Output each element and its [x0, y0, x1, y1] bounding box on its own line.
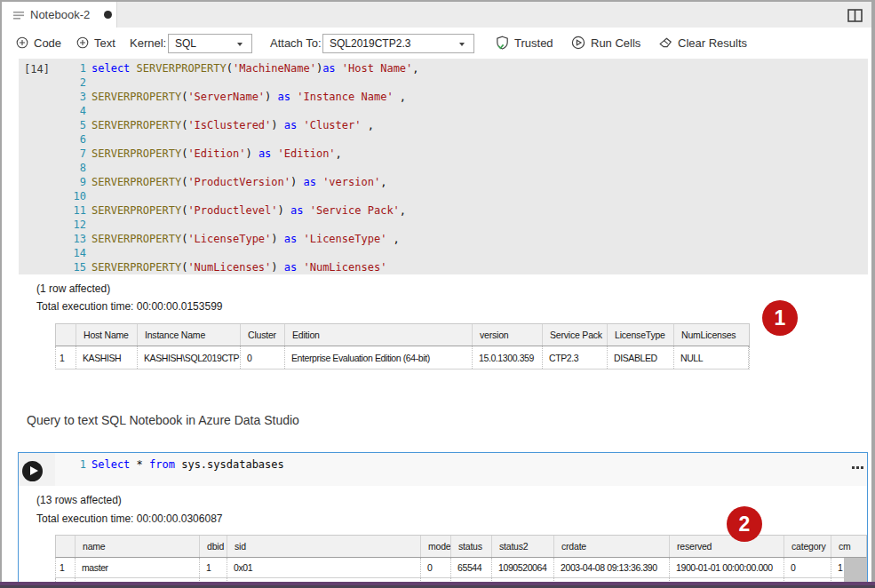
grid-cell[interactable]: 2003-04-08 09:13:36.390: [554, 558, 670, 577]
grid-cell[interactable]: NULL: [674, 346, 749, 369]
line-number: 12: [19, 218, 86, 232]
grid-header-cell[interactable]: cm: [831, 536, 867, 557]
grid-cell[interactable]: KASHISH\SQL2019CTP: [138, 346, 241, 369]
kernel-dropdown[interactable]: SQL: [168, 34, 252, 53]
code-line[interactable]: 1Select * from sys.sysdatabases: [55, 457, 284, 472]
line-number: 9: [19, 175, 86, 189]
run-cells-button[interactable]: Run Cells: [571, 28, 640, 58]
grid-header-cell[interactable]: category: [784, 536, 831, 557]
grid-header-cell[interactable]: Instance Name: [138, 324, 241, 346]
kernel-label: Kernel:: [130, 28, 166, 58]
grid-cell[interactable]: 0x01: [227, 558, 421, 577]
grid-cell[interactable]: 1: [56, 558, 76, 577]
grid-cell[interactable]: 1090520064: [492, 558, 554, 577]
line-number: 11: [19, 203, 86, 218]
clear-results-label: Clear Results: [678, 36, 747, 50]
code-line[interactable]: 11SERVERPROPERTY('Productlevel') as 'Ser…: [19, 203, 868, 218]
attach-dropdown-arrow-icon: [459, 43, 465, 46]
code-line[interactable]: 1select SERVERPROPERTY('MachineName')as …: [19, 61, 868, 75]
rows-affected-message-1: (1 row affected): [36, 282, 110, 296]
grid-header-cell[interactable]: [56, 536, 76, 557]
line-number: 8: [19, 161, 86, 175]
grid-header-cell[interactable]: name: [76, 536, 200, 557]
grid-header-cell[interactable]: LicenseType: [608, 324, 674, 346]
rows-affected-message-2: (13 rows affected): [36, 493, 122, 507]
code-line[interactable]: 4: [19, 104, 868, 118]
kernel-dropdown-arrow-icon: [237, 43, 243, 46]
grid-cell[interactable]: 1: [56, 346, 76, 369]
trusted-label: Trusted: [514, 36, 553, 50]
grid-header-cell[interactable]: mode: [421, 536, 451, 557]
grid-cell[interactable]: 1900-01-01 00:00:00.000: [670, 558, 784, 577]
tab-bar: Notebook-2: [2, 2, 871, 28]
code-editor-1[interactable]: 1select SERVERPROPERTY('MachineName')as …: [19, 61, 868, 274]
grid-cell[interactable]: CTP2.3: [543, 346, 608, 369]
line-number: 2: [19, 75, 86, 90]
grid-header-cell[interactable]: Cluster: [241, 324, 285, 346]
run-cells-icon: [571, 36, 585, 50]
grid-header-cell[interactable]: NumLicenses: [674, 324, 749, 346]
code-line[interactable]: 13SERVERPROPERTY('LicenseType') as 'Lice…: [19, 232, 868, 246]
modified-dot-icon[interactable]: [104, 11, 112, 19]
split-editor-icon[interactable]: [847, 9, 863, 26]
grid-header-cell[interactable]: Service Pack: [543, 324, 608, 346]
code-line[interactable]: 10: [19, 189, 868, 203]
trusted-shield-icon: [496, 36, 509, 50]
grid-row[interactable]: 1master10x0106554410905200642003-04-08 0…: [55, 558, 867, 578]
attach-to-value: SQL2019CTP2.3: [330, 37, 410, 50]
grid-cell[interactable]: 65544: [451, 558, 492, 577]
code-line[interactable]: 2: [19, 75, 868, 90]
run-cell-button[interactable]: [22, 461, 43, 481]
code-line[interactable]: 15SERVERPROPERTY('NumLicenses') as 'NumL…: [19, 260, 868, 274]
execution-time-message-1: Total execution time: 00:00:00.0153599: [36, 299, 222, 314]
grid-cell[interactable]: 0: [241, 346, 285, 369]
annotation-badge-2: 2: [727, 506, 762, 542]
line-number: 14: [19, 246, 86, 260]
grid-header-cell[interactable]: status: [451, 536, 492, 557]
add-code-button[interactable]: Code: [16, 28, 61, 58]
code-line[interactable]: 12: [19, 218, 868, 232]
code-line[interactable]: 5SERVERPROPERTY('IsClustered') as 'Clust…: [19, 118, 868, 132]
grid-header-cell[interactable]: reserved: [670, 536, 784, 557]
code-line[interactable]: 3SERVERPROPERTY('ServerName') as 'Instan…: [19, 90, 868, 104]
tab-title: Notebook-2: [30, 8, 90, 21]
grid-cell[interactable]: Enterprise Evaluation Edition (64-bit): [285, 346, 473, 369]
result-grid-2[interactable]: namedbidsidmodestatusstatus2crdatereserv…: [55, 535, 867, 585]
clear-results-button[interactable]: Clear Results: [658, 28, 747, 58]
code-line[interactable]: 9SERVERPROPERTY('ProductVersion') as 've…: [19, 175, 868, 189]
tab-notebook-2[interactable]: Notebook-2: [2, 2, 117, 28]
add-text-button[interactable]: Text: [76, 28, 115, 58]
code-line[interactable]: 7SERVERPROPERTY('Edition') as 'Edition',: [19, 147, 868, 161]
add-text-icon: [76, 36, 89, 49]
grid-header-cell[interactable]: dbid: [200, 536, 227, 557]
grid-header-cell[interactable]: version: [473, 324, 543, 346]
window-border-right: [871, 0, 875, 585]
code-line[interactable]: 8: [19, 161, 868, 175]
markdown-text[interactable]: Query to text SQL Notebook in Azure Data…: [27, 413, 299, 427]
grid-cell[interactable]: DISABLED: [608, 346, 674, 369]
grid-cell[interactable]: KASHISH: [76, 346, 138, 369]
more-actions-icon[interactable]: [852, 466, 863, 469]
grid-header-cell[interactable]: status2: [492, 536, 554, 557]
grid-row[interactable]: 1KASHISHKASHISH\SQL2019CTP0Enterprise Ev…: [55, 346, 750, 369]
line-number: 10: [19, 189, 86, 203]
result-grid-1[interactable]: Host NameInstance NameClusterEditionvers…: [55, 323, 750, 369]
grid-header-cell[interactable]: crdate: [554, 536, 670, 557]
grid-header-cell[interactable]: sid: [227, 536, 421, 557]
trusted-button[interactable]: Trusted: [496, 28, 553, 58]
clear-results-icon: [658, 36, 672, 50]
grid-cell[interactable]: 0: [421, 558, 451, 577]
code-line[interactable]: 14: [19, 246, 868, 260]
grid-cell[interactable]: 1: [200, 558, 227, 577]
grid-header-cell[interactable]: Host Name: [76, 324, 138, 346]
attach-to-dropdown[interactable]: SQL2019CTP2.3: [322, 34, 474, 53]
grid-cell[interactable]: master: [76, 558, 200, 577]
code-cell-1[interactable]: [14] 1select SERVERPROPERTY('MachineName…: [19, 59, 868, 274]
add-text-label: Text: [94, 36, 115, 50]
code-line[interactable]: 6: [19, 132, 868, 147]
code-editor-2[interactable]: 1Select * from sys.sysdatabases: [55, 453, 868, 486]
grid-header-cell[interactable]: [56, 324, 76, 346]
grid-cell[interactable]: 0: [784, 558, 831, 577]
grid-header-cell[interactable]: Edition: [285, 324, 473, 346]
grid-cell[interactable]: 15.0.1300.359: [473, 346, 543, 369]
